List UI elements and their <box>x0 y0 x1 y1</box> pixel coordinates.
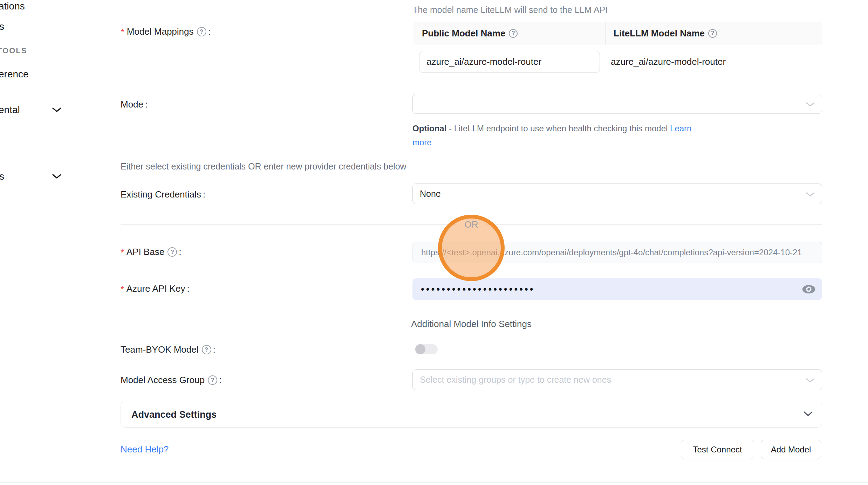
mode-select[interactable] <box>412 94 822 114</box>
sidebar-item-settings[interactable]: s <box>0 171 4 182</box>
chevron-down-icon[interactable] <box>52 174 62 181</box>
mode-hint: Optional - LiteLLM endpoint to use when … <box>412 122 703 150</box>
existing-credentials-label: Existing Credentials : <box>121 189 205 200</box>
help-icon[interactable]: ? <box>168 247 177 257</box>
or-divider: OR <box>121 220 822 229</box>
model-mappings-table: Public Model Name ? LiteLLM Model Name ?… <box>414 22 822 78</box>
azure-api-key-label: * Azure API Key : <box>121 283 190 295</box>
need-help-link[interactable]: Need Help? <box>121 444 169 455</box>
required-asterisk: * <box>121 26 124 37</box>
chevron-down-icon <box>806 99 815 109</box>
help-icon[interactable]: ? <box>197 27 206 36</box>
add-model-button[interactable]: Add Model <box>761 440 821 459</box>
model-access-group-select[interactable]: Select existing groups or type to create… <box>412 369 822 390</box>
sidebar-item-organizations[interactable]: ations <box>0 1 25 12</box>
model-access-group-label: Model Access Group ? : <box>121 375 221 386</box>
api-base-label: * API Base ? : <box>121 246 181 258</box>
card-bottom-border <box>0 482 868 483</box>
additional-settings-divider: Additional Model Info Settings <box>121 319 822 328</box>
advanced-settings-label: Advanced Settings <box>131 409 217 420</box>
table-header-row: Public Model Name ? LiteLLM Model Name ? <box>414 22 822 45</box>
required-asterisk: * <box>121 283 124 295</box>
table-row: azure_ai/azure-model-router <box>414 45 822 78</box>
toggle-knob <box>415 344 425 354</box>
mode-label: Mode : <box>121 99 148 110</box>
help-icon[interactable]: ? <box>509 29 518 38</box>
azure-api-key-input[interactable] <box>412 278 822 300</box>
sidebar-item-api-reference[interactable]: erence <box>0 69 29 80</box>
public-model-name-input[interactable] <box>419 51 600 73</box>
help-icon[interactable]: ? <box>202 345 211 354</box>
team-byok-label: Team-BYOK Model ? : <box>121 344 216 355</box>
team-byok-toggle[interactable] <box>415 344 438 354</box>
sidebar-item-teams[interactable]: s <box>0 21 4 32</box>
help-icon[interactable]: ? <box>708 29 717 38</box>
existing-credentials-select[interactable]: None <box>412 183 822 204</box>
select-placeholder: Select existing groups or type to create… <box>420 375 611 385</box>
sidebar-section-tools: TOOLS <box>0 46 27 55</box>
card-left-border <box>105 0 105 485</box>
column-divider <box>605 22 606 45</box>
model-name-hint: The model name LiteLLM will send to the … <box>412 5 608 15</box>
help-icon[interactable]: ? <box>208 375 217 385</box>
chevron-down-icon[interactable] <box>52 107 62 114</box>
chevron-down-icon <box>806 189 815 199</box>
th-litellm-model-name: LiteLLM Model Name ? <box>605 22 717 45</box>
test-connect-button[interactable]: Test Connect <box>681 440 754 459</box>
litellm-model-name-value: azure_ai/azure-model-router <box>611 45 726 78</box>
card-right-border <box>838 0 838 483</box>
model-mappings-label: * Model Mappings ? : <box>121 26 211 37</box>
th-public-model-name: Public Model Name ? <box>414 22 605 45</box>
credentials-hint: Either select existing credentials OR en… <box>121 161 406 172</box>
required-asterisk: * <box>121 246 124 258</box>
chevron-down-icon <box>804 411 813 418</box>
advanced-settings-panel[interactable]: Advanced Settings <box>121 402 822 428</box>
eye-icon[interactable] <box>802 282 816 298</box>
sidebar-item-experimental[interactable]: ental <box>0 104 20 116</box>
chevron-down-icon <box>806 375 815 385</box>
